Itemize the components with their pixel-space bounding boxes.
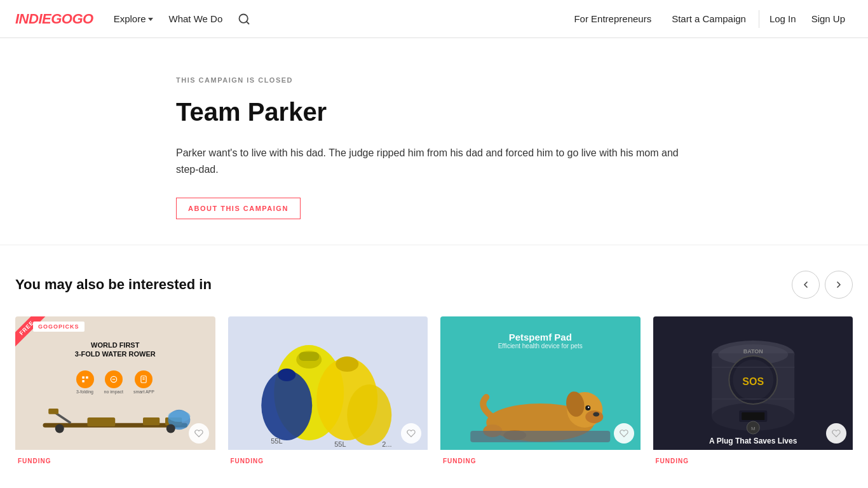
card-body-sos: FUNDING [653,450,853,472]
carousel-prev-button[interactable] [792,271,820,299]
what-we-do-label: What We Do [168,13,222,24]
funding-badge-rower: FUNDING [18,458,213,464]
svg-rect-22 [299,352,319,361]
interested-section: You may also be interested in FREE [0,245,868,472]
nav-divider [759,10,759,28]
svg-point-27 [347,384,391,445]
nav-left: Explore What We Do [114,13,564,25]
svg-text:BATON: BATON [743,348,763,355]
carousel-controls [792,271,853,299]
svg-line-1 [247,21,249,24]
svg-rect-4 [82,380,85,383]
gogopicks-badge: GOGOPICKS [33,322,85,332]
start-campaign-link[interactable]: Start a Campaign [661,13,756,24]
svg-point-36 [585,405,590,410]
svg-point-19 [166,424,175,433]
cards-row: FREE GOGOPICKS WORLD FIRST3-FOLD WATER R… [15,316,853,472]
card-rower[interactable]: FREE GOGOPICKS WORLD FIRST3-FOLD WATER R… [15,316,215,472]
card-pet[interactable]: Petspemf Pad Efficient health device for… [440,316,641,472]
card-image-rower: FREE GOGOPICKS WORLD FIRST3-FOLD WATER R… [15,316,215,450]
svg-point-34 [585,410,603,423]
for-entrepreneurs-link[interactable]: For Entrepreneurs [564,13,661,24]
navbar: INDIEGOGO Explore What We Do For Entrepr… [0,0,868,38]
funding-badge-bags: FUNDING [231,458,426,464]
chevron-left-icon [801,280,811,290]
svg-point-26 [278,369,295,381]
carousel-next-button[interactable] [825,271,853,299]
campaign-description: Parker want's to live with his dad. The … [176,145,684,177]
card-heart-pet[interactable] [614,423,634,444]
card-heart-rower[interactable] [189,423,209,444]
svg-text:55L: 55L [271,437,282,445]
interested-header: You may also be interested in [15,271,853,299]
card-body-rower: FUNDING [15,450,215,472]
svg-text:2...: 2... [382,440,391,448]
svg-text:M: M [750,426,755,431]
card-body-pet: FUNDING [440,450,641,472]
svg-rect-3 [86,377,88,379]
search-icon [238,13,250,25]
interested-title: You may also be interested in [15,276,212,293]
svg-point-17 [168,411,190,423]
card-bags[interactable]: 55L 55L 2... FUNDING [228,316,428,472]
chevron-right-icon [834,280,844,290]
chevron-down-icon [148,18,153,21]
card-image-pet: Petspemf Pad Efficient health device for… [440,316,641,450]
nav-explore[interactable]: Explore [114,13,154,24]
svg-rect-2 [82,377,85,379]
campaign-closed-label: THIS CAMPAIGN IS CLOSED [176,76,692,84]
svg-point-18 [55,424,64,433]
explore-label: Explore [114,13,146,24]
svg-rect-13 [48,409,58,414]
funding-badge-pet: FUNDING [443,458,638,464]
card-image-bags: 55L 55L 2... [228,316,428,450]
card-heart-sos[interactable] [826,423,846,444]
svg-point-37 [588,407,589,408]
campaign-section: THIS CAMPAIGN IS CLOSED Team Parker Park… [161,38,707,245]
card-heart-bags[interactable] [401,423,421,444]
sign-up-link[interactable]: Sign Up [804,13,853,24]
log-in-link[interactable]: Log In [762,13,804,24]
logo[interactable]: INDIEGOGO [15,11,93,27]
svg-text:SOS: SOS [742,376,764,387]
svg-text:55L: 55L [334,440,346,448]
svg-point-24 [336,356,358,372]
about-campaign-button[interactable]: ABOUT THIS CAMPAIGN [176,198,301,219]
card-sos[interactable]: SOS M A Plug That Saves Lives BATON [653,316,853,472]
nav-what-we-do[interactable]: What We Do [168,13,222,24]
campaign-title: Team Parker [176,97,692,127]
svg-text:A Plug That Saves Lives: A Plug That Saves Lives [709,437,797,445]
svg-rect-49 [742,412,764,420]
card-image-sos: SOS M A Plug That Saves Lives BATON [653,316,853,450]
search-button[interactable] [238,13,250,25]
svg-rect-11 [88,417,116,426]
svg-point-35 [593,412,599,417]
nav-right: For Entrepreneurs Start a Campaign Log I… [564,10,853,28]
svg-rect-14 [143,417,159,425]
funding-badge-sos: FUNDING [656,458,851,464]
card-body-bags: FUNDING [228,450,428,472]
svg-rect-40 [470,431,610,442]
